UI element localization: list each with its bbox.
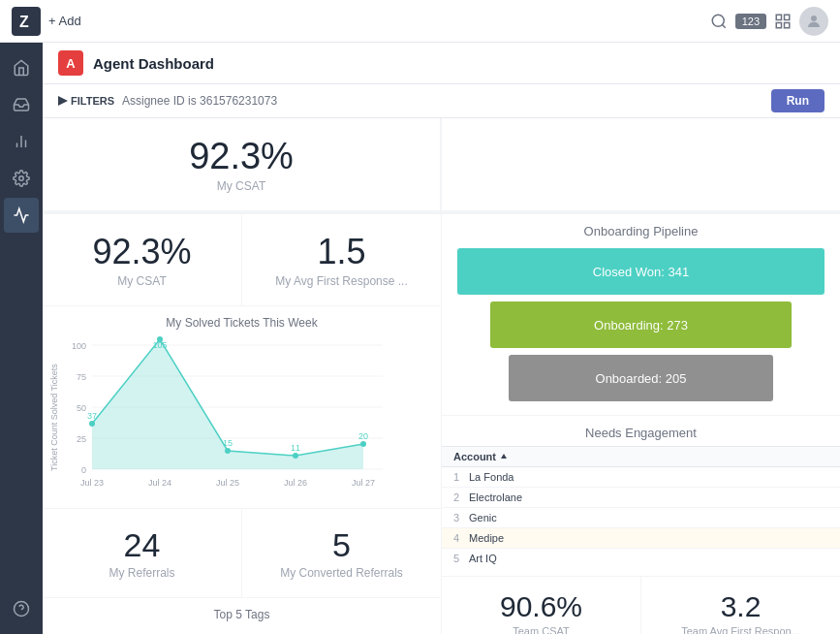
run-button[interactable]: Run	[771, 89, 824, 112]
svg-marker-44	[501, 454, 507, 459]
svg-point-8	[811, 16, 817, 21]
sidebar-item-analytics[interactable]	[4, 198, 39, 233]
team-avg-response-card: 3.2 Team Avg First Respon...	[641, 577, 840, 634]
csat-card: 92.3% My CSAT	[43, 214, 241, 305]
converted-referrals-card: 5 My Converted Referrals	[242, 509, 441, 597]
referrals-label: My Referrals	[109, 566, 174, 580]
sidebar-item-home[interactable]	[4, 50, 39, 85]
svg-rect-5	[785, 15, 790, 19]
grid-icon[interactable]	[774, 13, 792, 30]
search-icon[interactable]	[710, 13, 728, 30]
svg-line-3	[722, 24, 725, 27]
svg-point-27	[89, 421, 95, 427]
csat-label: My CSAT	[117, 274, 166, 288]
dashboard-header: A Agent Dashboard	[43, 43, 840, 84]
app-logo: Z	[12, 7, 41, 36]
tags-card: Top 5 Tags	[43, 598, 441, 634]
svg-text:105: 105	[152, 340, 167, 350]
chart-card: My Solved Tickets This Week Ticket Count…	[43, 306, 441, 508]
svg-point-12	[19, 176, 24, 181]
team-csat-label: Team CSAT	[513, 625, 569, 634]
avg-response-value: 1.5	[317, 232, 365, 272]
solved-tickets-chart: 100 75 50 25 0	[63, 335, 392, 500]
chart-title: My Solved Tickets This Week	[50, 316, 433, 330]
svg-text:20: 20	[358, 431, 368, 441]
filter-bar: FILTERS Assignee ID is 361576231073 Run	[43, 84, 840, 118]
svg-text:Z: Z	[19, 14, 29, 30]
svg-text:Jul 27: Jul 27	[352, 478, 375, 488]
svg-text:100: 100	[72, 341, 86, 351]
filter-toggle[interactable]: FILTERS	[58, 95, 114, 107]
main-content: A Agent Dashboard FILTERS Assignee ID is…	[43, 43, 840, 634]
needs-title: Needs Engagement	[442, 416, 840, 446]
svg-rect-7	[785, 22, 790, 27]
svg-point-31	[360, 441, 366, 447]
svg-rect-4	[776, 15, 781, 19]
needs-row-3: 3 Genic	[442, 508, 840, 528]
pipeline-title: Onboarding Pipeline	[457, 224, 824, 238]
needs-row-4: 4 Medipe	[442, 528, 840, 549]
referrals-value: 24	[124, 526, 161, 564]
svg-text:Jul 23: Jul 23	[80, 478, 104, 488]
csat-value: 92.3%	[189, 136, 294, 177]
referrals-card: 24 My Referrals	[43, 509, 241, 597]
sidebar-item-reports[interactable]	[4, 124, 39, 159]
tags-title: Top 5 Tags	[54, 608, 429, 621]
needs-row-5: 5 Art IQ	[442, 549, 840, 568]
pipeline-bar-0: Closed Won: 341	[457, 248, 824, 295]
avatar[interactable]	[799, 7, 828, 36]
notification-badge[interactable]: 123	[735, 14, 766, 29]
team-csat-card: 90.6% Team CSAT	[442, 577, 640, 634]
sidebar-item-inbox[interactable]	[4, 87, 39, 122]
csat-card: 92.3% My CSAT	[43, 118, 441, 211]
svg-point-30	[293, 453, 298, 459]
avg-response-card	[442, 118, 840, 211]
svg-text:37: 37	[87, 411, 97, 421]
sidebar-item-bottom[interactable]	[4, 591, 39, 626]
svg-text:0: 0	[81, 465, 86, 475]
svg-point-2	[712, 15, 724, 26]
pipeline-bar-1: Onboarding: 273	[490, 301, 792, 348]
svg-text:Jul 26: Jul 26	[284, 478, 307, 488]
needs-row-2: 2 Electrolane	[442, 488, 840, 508]
svg-point-29	[225, 448, 231, 454]
avg-response-card: 1.5 My Avg First Response ...	[242, 214, 441, 305]
needs-engagement-card: Needs Engagement Account 1 La Fonda 2 El…	[442, 416, 840, 576]
avg-response-label: My Avg First Response ...	[275, 274, 408, 288]
svg-marker-15	[58, 96, 68, 106]
csat-label: My CSAT	[217, 179, 265, 193]
pipeline-card: Onboarding Pipeline Closed Won: 341 Onbo…	[442, 214, 840, 415]
svg-text:Jul 25: Jul 25	[216, 478, 239, 488]
dashboard-logo: A	[58, 50, 83, 76]
svg-text:11: 11	[291, 443, 300, 453]
account-column-header: Account	[453, 451, 509, 462]
team-csat-value: 90.6%	[500, 590, 582, 623]
sidebar	[0, 43, 43, 634]
add-button[interactable]: + Add	[48, 14, 81, 28]
svg-text:50: 50	[77, 403, 86, 413]
svg-text:Jul 24: Jul 24	[148, 478, 171, 488]
sidebar-item-settings[interactable]	[4, 161, 39, 196]
needs-row-1: 1 La Fonda	[442, 467, 840, 488]
converted-label: My Converted Referrals	[280, 566, 403, 580]
team-avg-response-label: Team Avg First Respon...	[681, 625, 800, 634]
team-avg-response-value: 3.2	[721, 590, 762, 623]
pipeline-bar-2: Onboarded: 205	[509, 355, 773, 401]
svg-text:75: 75	[77, 372, 86, 382]
dashboard-title: Agent Dashboard	[93, 55, 214, 72]
csat-value: 92.3%	[92, 232, 191, 272]
filter-label: FILTERS	[71, 95, 114, 107]
svg-text:25: 25	[77, 434, 86, 444]
svg-text:15: 15	[223, 438, 233, 448]
tags-pie-chart	[54, 627, 190, 634]
filter-value: Assignee ID is 361576231073	[122, 94, 277, 108]
converted-value: 5	[332, 526, 351, 564]
svg-rect-6	[776, 22, 781, 27]
